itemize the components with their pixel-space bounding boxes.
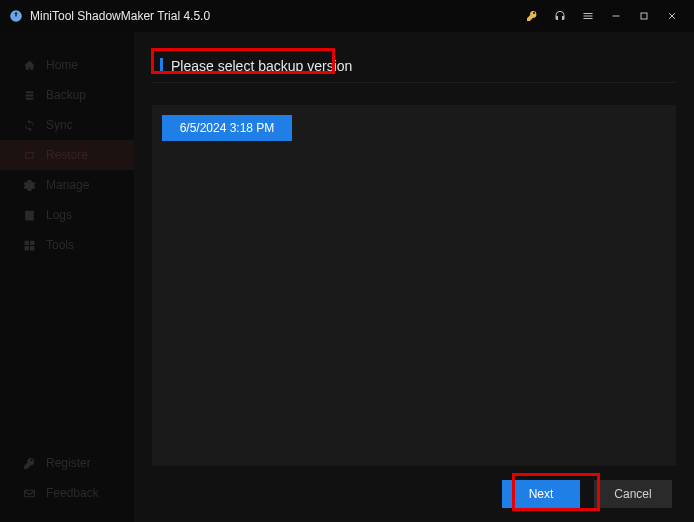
sidebar-item-label: Register <box>46 456 91 470</box>
svg-rect-0 <box>613 16 620 17</box>
sidebar-item-label: Restore <box>46 148 88 162</box>
minimize-button[interactable] <box>602 2 630 30</box>
sidebar-item-manage[interactable]: Manage <box>0 170 134 200</box>
sidebar-item-label: Backup <box>46 88 86 102</box>
close-button[interactable] <box>658 2 686 30</box>
backup-icon <box>22 88 36 102</box>
sidebar-item-label: Sync <box>46 118 73 132</box>
sidebar-item-label: Logs <box>46 208 72 222</box>
sidebar-item-restore[interactable]: Restore <box>0 140 134 170</box>
sidebar-item-label: Tools <box>46 238 74 252</box>
backup-version-item[interactable]: 6/5/2024 3:18 PM <box>162 115 292 141</box>
key-icon[interactable] <box>518 2 546 30</box>
cancel-button[interactable]: Cancel <box>594 480 672 508</box>
menu-icon[interactable] <box>574 2 602 30</box>
content-title: Please select backup version <box>171 58 352 74</box>
mail-icon <box>22 486 36 500</box>
titlebar: MiniTool ShadowMaker Trial 4.5.0 <box>0 0 694 32</box>
sidebar-bottom: Register Feedback <box>0 448 134 522</box>
home-icon <box>22 58 36 72</box>
sidebar: Home Backup Sync Restore Manage <box>0 32 134 522</box>
tools-icon <box>22 238 36 252</box>
sidebar-nav: Home Backup Sync Restore Manage <box>0 50 134 260</box>
sidebar-item-sync[interactable]: Sync <box>0 110 134 140</box>
sidebar-item-label: Manage <box>46 178 89 192</box>
window: MiniTool ShadowMaker Trial 4.5.0 Home <box>0 0 694 522</box>
app-title: MiniTool ShadowMaker Trial 4.5.0 <box>30 9 210 23</box>
next-button[interactable]: Next <box>502 480 580 508</box>
manage-icon <box>22 178 36 192</box>
body: Home Backup Sync Restore Manage <box>0 32 694 522</box>
maximize-button[interactable] <box>630 2 658 30</box>
svg-rect-1 <box>641 13 647 19</box>
sync-icon <box>22 118 36 132</box>
key-icon <box>22 456 36 470</box>
sidebar-item-feedback[interactable]: Feedback <box>0 478 134 508</box>
sidebar-item-label: Home <box>46 58 78 72</box>
version-list: 6/5/2024 3:18 PM <box>152 105 676 466</box>
sidebar-item-tools[interactable]: Tools <box>0 230 134 260</box>
sidebar-item-logs[interactable]: Logs <box>0 200 134 230</box>
accent-bar <box>160 58 163 74</box>
app-icon <box>8 8 24 24</box>
restore-icon <box>22 148 36 162</box>
headset-icon[interactable] <box>546 2 574 30</box>
logs-icon <box>22 208 36 222</box>
sidebar-item-label: Feedback <box>46 486 99 500</box>
content-header: Please select backup version <box>152 50 676 83</box>
sidebar-item-register[interactable]: Register <box>0 448 134 478</box>
sidebar-item-backup[interactable]: Backup <box>0 80 134 110</box>
footer: Next Cancel <box>134 466 694 522</box>
sidebar-item-home[interactable]: Home <box>0 50 134 80</box>
main-panel: Please select backup version 6/5/2024 3:… <box>134 32 694 522</box>
